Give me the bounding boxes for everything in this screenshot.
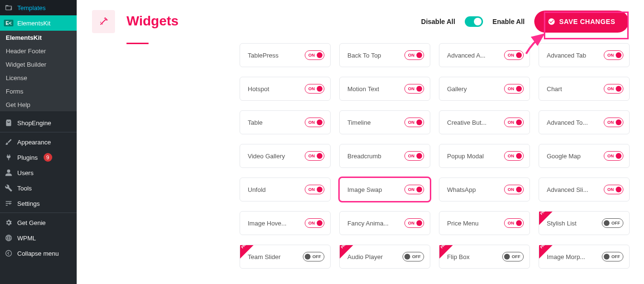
sidebar-item-templates[interactable]: Templates xyxy=(0,0,77,15)
sidebar-sub-get-help[interactable]: Get Help xyxy=(0,98,77,111)
toggle-state-label: ON xyxy=(406,221,415,225)
page-title-wrap: Widgets xyxy=(126,13,179,44)
widget-toggle[interactable]: ON xyxy=(305,118,325,127)
wp-admin-sidebar: Templates E< ElementsKit ElementsKit Hea… xyxy=(0,0,77,284)
widget-card[interactable]: Advanced A...ON xyxy=(439,43,530,67)
widget-toggle[interactable]: ON xyxy=(305,185,325,194)
widget-label: Advanced A... xyxy=(447,52,485,59)
sidebar-item-tools[interactable]: Tools xyxy=(0,180,77,196)
widget-toggle[interactable]: ON xyxy=(504,50,524,60)
widget-card[interactable]: Back To TopON xyxy=(339,43,430,67)
widget-toggle[interactable]: ON xyxy=(504,218,524,228)
toggle-knob-icon xyxy=(516,187,522,192)
toggle-state-label: OFF xyxy=(312,254,322,259)
widget-card[interactable]: Motion TextON xyxy=(339,77,430,101)
widget-card[interactable]: PROFlip BoxOFF xyxy=(439,245,530,269)
sidebar-sub-license[interactable]: License xyxy=(0,71,77,84)
sidebar-item-users[interactable]: Users xyxy=(0,165,77,180)
widget-toggle[interactable]: ON xyxy=(604,185,624,194)
sidebar-item-label: ShopEngine xyxy=(17,119,51,127)
widget-toggle[interactable]: ON xyxy=(604,118,624,127)
widget-toggle[interactable]: ON xyxy=(305,151,325,161)
sidebar-item-plugins[interactable]: Plugins 9 xyxy=(0,150,77,165)
sidebar-item-label: Collapse menu xyxy=(17,250,59,257)
sidebar-item-shopengine[interactable]: ShopEngine xyxy=(0,115,77,130)
widget-card[interactable]: Creative But...ON xyxy=(439,110,530,134)
sidebar-item-getgenie[interactable]: Get Genie xyxy=(0,215,77,230)
widget-label: Gallery xyxy=(447,85,467,93)
sidebar-sub-widget-builder[interactable]: Widget Builder xyxy=(0,58,77,71)
sidebar-sub-header-footer[interactable]: Header Footer xyxy=(0,44,77,58)
widget-toggle[interactable]: ON xyxy=(404,185,425,194)
wrench-icon xyxy=(4,183,13,193)
toggle-state-label: ON xyxy=(307,86,315,91)
widget-toggle[interactable]: ON xyxy=(305,50,325,60)
widget-toggle[interactable]: ON xyxy=(305,84,325,94)
widget-card[interactable]: TableON xyxy=(240,110,331,134)
widget-card[interactable]: Price MenuON xyxy=(439,211,530,235)
widget-toggle[interactable]: ON xyxy=(404,50,425,60)
widget-card[interactable]: PROAudio PlayerOFF xyxy=(339,245,430,269)
widget-card[interactable]: GalleryON xyxy=(439,77,530,101)
widget-toggle[interactable]: ON xyxy=(604,84,624,94)
widget-card[interactable]: PROTeam SliderOFF xyxy=(240,245,331,269)
annotation-save-highlight xyxy=(544,12,629,39)
widget-toggle[interactable]: OFF xyxy=(602,218,623,228)
widget-toggle[interactable]: ON xyxy=(504,84,524,94)
widget-card[interactable]: Popup ModalON xyxy=(439,144,530,168)
toggle-state-label: ON xyxy=(506,120,515,125)
widget-card[interactable]: Image Hove...ON xyxy=(240,211,331,235)
widget-label: Image Morp... xyxy=(547,253,585,260)
widget-toggle[interactable]: OFF xyxy=(303,252,324,261)
widget-toggle[interactable]: ON xyxy=(404,84,425,94)
widget-card[interactable]: Advanced To...ON xyxy=(539,110,630,134)
widget-toggle[interactable]: ON xyxy=(604,151,624,161)
sidebar-item-settings[interactable]: Settings xyxy=(0,196,77,211)
widget-card[interactable]: TablePressON xyxy=(240,43,331,67)
sidebar-sub-forms[interactable]: Forms xyxy=(0,84,77,98)
widget-toggle[interactable]: OFF xyxy=(602,252,623,261)
widget-toggle[interactable]: ON xyxy=(404,118,425,127)
disable-all-label[interactable]: Disable All xyxy=(421,18,455,25)
widget-card[interactable]: Fancy Anima...ON xyxy=(339,211,430,235)
widget-label: Price Menu xyxy=(447,220,479,227)
sidebar-sub-elementskit[interactable]: ElementsKit xyxy=(0,31,77,44)
widget-label: TablePress xyxy=(248,52,278,59)
sidebar-item-label: Tools xyxy=(17,185,32,192)
toggle-knob-icon xyxy=(616,52,621,58)
toggle-knob-icon xyxy=(416,86,422,92)
widget-card[interactable]: Video GalleryON xyxy=(240,144,331,168)
widget-toggle[interactable]: ON xyxy=(504,185,524,194)
widget-card[interactable]: HotspotON xyxy=(240,77,331,101)
widget-card[interactable]: Advanced TabON xyxy=(539,43,630,67)
widget-card[interactable]: BreadcrumbON xyxy=(339,144,430,168)
widget-card[interactable]: ChartON xyxy=(539,77,630,101)
widget-toggle[interactable]: ON xyxy=(404,218,425,228)
widget-card[interactable]: PROImage Morp...OFF xyxy=(539,245,630,269)
widget-toggle[interactable]: OFF xyxy=(502,252,524,261)
widget-card[interactable]: TimelineON xyxy=(339,110,430,134)
sidebar-item-appearance[interactable]: Appearance xyxy=(0,134,77,150)
widget-card[interactable]: UnfoldON xyxy=(240,178,331,201)
sidebar-item-elementskit[interactable]: E< ElementsKit xyxy=(0,15,77,31)
toggle-state-label: ON xyxy=(506,187,515,192)
widget-toggle[interactable]: ON xyxy=(305,218,325,228)
toggle-knob-icon xyxy=(317,220,322,226)
widget-toggle[interactable]: ON xyxy=(504,118,524,127)
enable-all-label[interactable]: Enable All xyxy=(493,18,525,25)
toggle-knob-icon xyxy=(416,52,422,58)
widget-card[interactable]: Image SwapON xyxy=(339,178,430,201)
master-toggle[interactable] xyxy=(465,16,483,27)
sidebar-item-wpml[interactable]: WPML xyxy=(0,230,77,246)
toggle-knob-icon xyxy=(416,153,422,159)
widget-card[interactable]: Advanced Sli...ON xyxy=(539,178,630,201)
widget-card[interactable]: PROStylish ListOFF xyxy=(539,211,630,235)
widget-toggle[interactable]: ON xyxy=(504,151,524,161)
sliders-icon xyxy=(4,199,13,208)
widget-toggle[interactable]: ON xyxy=(604,50,624,60)
widget-card[interactable]: WhatsAppON xyxy=(439,178,530,201)
widget-card[interactable]: Google MapON xyxy=(539,144,630,168)
widget-toggle[interactable]: OFF xyxy=(402,252,424,261)
widget-toggle[interactable]: ON xyxy=(404,151,425,161)
sidebar-item-collapse[interactable]: Collapse menu xyxy=(0,246,77,261)
